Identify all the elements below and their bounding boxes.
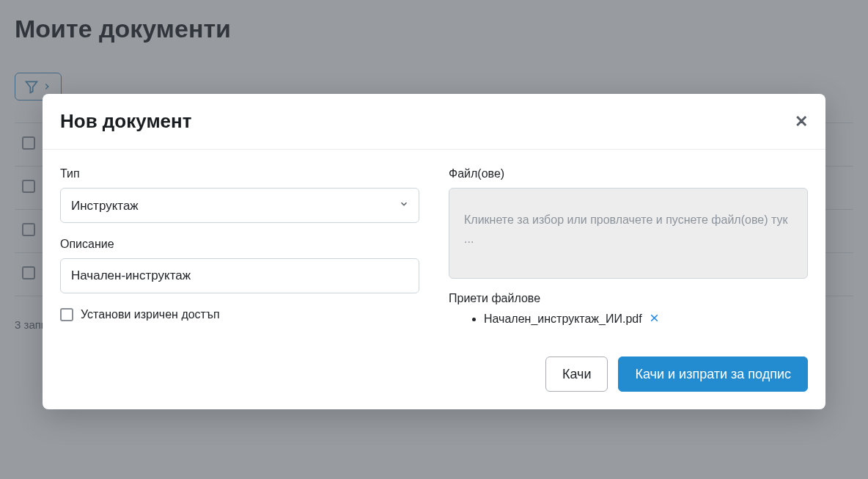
description-input[interactable] [60,258,419,293]
right-column: Файл(ове) Кликнете за избор или провлаче… [449,167,808,326]
modal-overlay[interactable]: Нов документ ✕ Тип Инструктаж [0,0,868,479]
modal-body: Тип Инструктаж Описание [43,150,825,343]
accepted-file-name: Начален_инструктаж_ИИ.pdf [484,312,642,325]
close-icon: ✕ [795,112,808,131]
remove-file-button[interactable] [650,312,659,325]
type-select[interactable]: Инструктаж [60,188,419,223]
modal-title: Нов документ [60,110,192,133]
explicit-access-row: Установи изричен достъп [60,308,419,321]
explicit-access-checkbox[interactable] [60,308,73,321]
accepted-files-list: Начален_инструктаж_ИИ.pdf [449,312,808,326]
description-label: Описание [60,238,419,251]
close-icon [650,313,659,323]
upload-button[interactable]: Качи [545,356,608,392]
file-dropzone[interactable]: Кликнете за избор или провлачете и пусне… [449,188,808,279]
explicit-access-label[interactable]: Установи изричен достъп [81,308,220,321]
description-group: Описание [60,238,419,293]
left-column: Тип Инструктаж Описание [60,167,419,326]
files-label: Файл(ове) [449,167,808,180]
new-document-modal: Нов документ ✕ Тип Инструктаж [43,94,825,409]
type-group: Тип Инструктаж [60,167,419,223]
modal-header: Нов документ ✕ [43,94,825,150]
accepted-file-item: Начален_инструктаж_ИИ.pdf [484,312,808,326]
type-label: Тип [60,167,419,180]
modal-footer: Качи Качи и изпрати за подпис [43,343,825,409]
accepted-files-label: Приети файлове [449,292,808,305]
close-button[interactable]: ✕ [795,112,808,131]
upload-and-send-button[interactable]: Качи и изпрати за подпис [618,356,808,392]
